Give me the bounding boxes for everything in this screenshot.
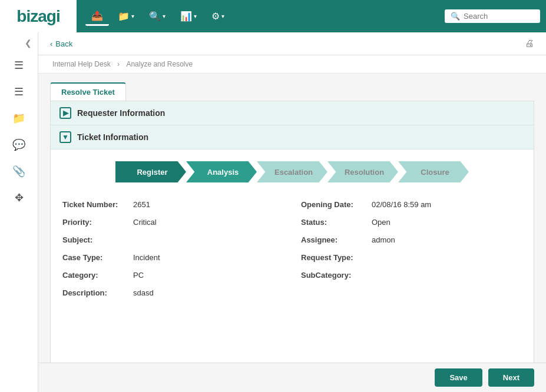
step-escalation-label: Escalation xyxy=(263,168,322,177)
right-fields: Opening Date: 02/08/16 8:59 am Status: O… xyxy=(301,200,522,306)
chevron-down-icon3: ▾ xyxy=(194,13,197,19)
gear-icon: ⚙ xyxy=(211,11,220,22)
assignee-label: Assignee: xyxy=(301,235,366,244)
step-analysis[interactable]: Analysis xyxy=(186,161,257,182)
requester-section-label: Requester Information xyxy=(77,108,165,118)
request-type-label: Request Type: xyxy=(301,253,366,262)
opening-date-label: Opening Date: xyxy=(301,200,366,209)
breadcrumb-part2: Analyze and Resolve xyxy=(126,60,193,68)
sidebar-toggle-area: ❮ xyxy=(0,38,38,48)
sidebar-item-attach[interactable]: 📎 xyxy=(7,160,31,183)
breadcrumb-part1: Internal Help Desk xyxy=(52,60,111,68)
tab-resolve-ticket[interactable]: Resolve Ticket xyxy=(50,82,126,101)
step-register-label: Register xyxy=(125,168,176,177)
magnifier-icon: 🔍 xyxy=(149,11,161,22)
field-subcategory: SubCategory: xyxy=(301,271,522,280)
nav-icon-group: 📤 📁 ▾ 🔍 ▾ 📊 ▾ ⚙ ▾ xyxy=(85,7,230,26)
breadcrumb-separator: › xyxy=(117,60,120,68)
priority-value: Critical xyxy=(133,218,157,227)
settings-nav-button[interactable]: ⚙ ▾ xyxy=(206,8,230,25)
left-fields: Ticket Number: 2651 Priority: Critical S… xyxy=(62,200,283,306)
requester-section-header[interactable]: ▶ Requester Information xyxy=(51,101,534,125)
tab-bar: Resolve Ticket xyxy=(38,74,546,101)
ticket-toggle-icon: ▼ xyxy=(59,131,71,143)
flow-icon: ✥ xyxy=(15,191,24,204)
field-subject: Subject: xyxy=(62,235,283,244)
top-navigation: bizagi 📤 📁 ▾ 🔍 ▾ 📊 ▾ ⚙ ▾ 🔍 xyxy=(0,0,546,32)
footer: Save Next xyxy=(38,363,546,392)
chevron-down-icon2: ▾ xyxy=(163,13,166,19)
requester-toggle-icon: ▶ xyxy=(59,107,71,119)
back-chevron-icon: ‹ xyxy=(50,39,52,48)
step-analysis-label: Analysis xyxy=(196,168,247,177)
step-closure[interactable]: Closure xyxy=(398,161,469,182)
field-category: Category: PC xyxy=(62,271,283,280)
chevron-down-icon4: ▾ xyxy=(221,13,224,19)
back-label: Back xyxy=(55,39,72,48)
inbox-icon: 📤 xyxy=(91,10,103,21)
priority-label: Priority: xyxy=(62,218,127,227)
field-ticket-number: Ticket Number: 2651 xyxy=(62,200,283,209)
case-type-label: Case Type: xyxy=(62,253,127,262)
step-resolution-label: Resolution xyxy=(333,168,393,177)
field-opening-date: Opening Date: 02/08/16 8:59 am xyxy=(301,200,522,209)
search-box: 🔍 xyxy=(445,9,540,23)
chat-icon: 💬 xyxy=(12,138,25,151)
step-register[interactable]: Register xyxy=(115,161,186,182)
chart-icon: 📊 xyxy=(180,11,192,22)
ticket-number-value: 2651 xyxy=(133,200,150,209)
field-description: Description: sdasd xyxy=(62,288,283,297)
field-priority: Priority: Critical xyxy=(62,218,283,227)
case-type-value: Incident xyxy=(133,253,160,262)
field-request-type: Request Type: xyxy=(301,253,522,262)
status-value: Open xyxy=(372,218,391,227)
folder-nav-button[interactable]: 📁 ▾ xyxy=(112,8,140,25)
sidebar-item-flow[interactable]: ✥ xyxy=(7,186,31,210)
step-escalation[interactable]: Escalation xyxy=(257,161,327,182)
attach-icon: 📎 xyxy=(12,165,25,178)
search-input[interactable] xyxy=(464,12,534,21)
content-header: ‹ Back 🖨 xyxy=(38,32,546,55)
folder-icon: 📁 xyxy=(118,11,130,22)
description-value: sdasd xyxy=(133,288,154,297)
print-icon[interactable]: 🖨 xyxy=(525,38,534,49)
chevron-down-icon: ▾ xyxy=(131,13,134,19)
opening-date-value: 02/08/16 8:59 am xyxy=(372,200,431,209)
ticket-number-label: Ticket Number: xyxy=(62,200,127,209)
save-button[interactable]: Save xyxy=(435,368,482,387)
folder2-icon: 📁 xyxy=(12,112,25,125)
sidebar-collapse-button[interactable]: ❮ xyxy=(25,38,32,48)
sidebar: ❮ ☰ ☰ 📁 💬 📎 ✥ xyxy=(0,32,38,392)
ticket-fields-grid: Ticket Number: 2651 Priority: Critical S… xyxy=(51,194,534,312)
chart-nav-button[interactable]: 📊 ▾ xyxy=(174,8,203,25)
sidebar-item-chat[interactable]: 💬 xyxy=(7,133,31,157)
field-case-type: Case Type: Incident xyxy=(62,253,283,262)
inbox-nav-button[interactable]: 📤 xyxy=(85,7,109,26)
ticket-section-label: Ticket Information xyxy=(77,132,148,142)
back-link[interactable]: ‹ Back xyxy=(50,39,72,48)
ticket-section-header[interactable]: ▼ Ticket Information xyxy=(51,125,534,150)
field-assignee: Assignee: admon xyxy=(301,235,522,244)
tasks-icon: ☰ xyxy=(14,59,24,72)
field-status: Status: Open xyxy=(301,218,522,227)
assignee-value: admon xyxy=(372,235,395,244)
list-icon: ☰ xyxy=(14,85,24,98)
main-content: ‹ Back 🖨 Internal Help Desk › Analyze an… xyxy=(38,32,546,392)
app-logo: bizagi xyxy=(16,7,59,26)
category-label: Category: xyxy=(62,271,127,280)
subcategory-label: SubCategory: xyxy=(301,271,366,280)
sidebar-item-tasks[interactable]: ☰ xyxy=(7,54,31,77)
logo-area: bizagi xyxy=(0,0,77,32)
category-value: PC xyxy=(133,271,144,280)
search-icon: 🔍 xyxy=(451,12,460,21)
search-nav-button[interactable]: 🔍 ▾ xyxy=(143,8,171,25)
form-area: ▶ Requester Information ▼ Ticket Informa… xyxy=(50,101,534,392)
sidebar-item-list[interactable]: ☰ xyxy=(7,80,31,104)
next-button[interactable]: Next xyxy=(488,368,534,387)
subject-label: Subject: xyxy=(62,235,127,244)
progress-steps: Register Analysis Escalation Resolution … xyxy=(51,150,534,194)
sidebar-item-folder[interactable]: 📁 xyxy=(7,107,31,130)
step-resolution[interactable]: Resolution xyxy=(327,161,398,182)
step-closure-label: Closure xyxy=(409,168,458,177)
status-label: Status: xyxy=(301,218,366,227)
